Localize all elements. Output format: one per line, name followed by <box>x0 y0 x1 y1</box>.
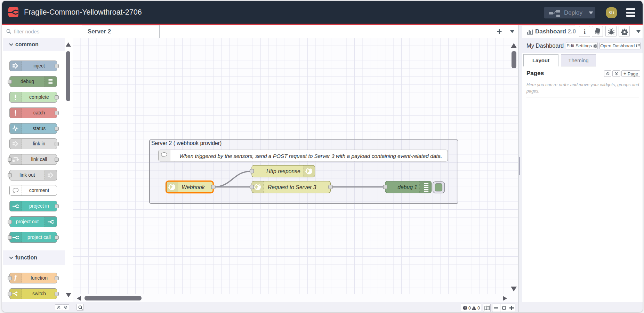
svg-text:Http response: Http response <box>266 168 300 174</box>
svg-text:Request to Server 3: Request to Server 3 <box>268 184 316 190</box>
svg-text:When triggered by the sensors,: When triggered by the sensors, send a PO… <box>179 153 442 159</box>
svg-text:Server 2 ( webhook provider): Server 2 ( webhook provider) <box>151 140 222 146</box>
svg-text:i: i <box>584 28 586 35</box>
svg-text:Webhook: Webhook <box>182 184 205 190</box>
svg-text:debug 1: debug 1 <box>397 184 417 190</box>
svg-text:f: f <box>14 275 17 281</box>
